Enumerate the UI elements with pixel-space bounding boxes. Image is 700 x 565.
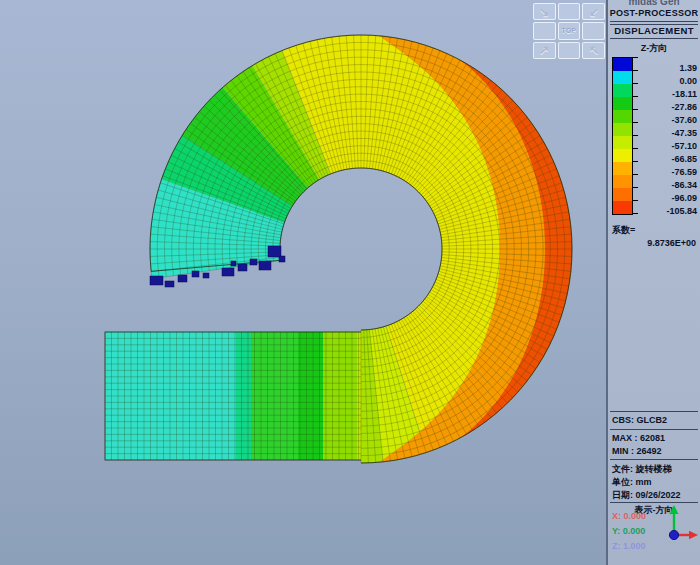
legend-value: -47.35 [635,128,697,138]
view-pad-corner-icon[interactable]: ↘ [533,3,556,20]
view-pad-left-button[interactable] [533,22,556,39]
legend-value: 0.00 [635,76,697,86]
fea-model-canvas[interactable] [0,0,606,565]
file-label: 文件: 旋转楼梯 [612,463,672,476]
axis-triad-icon [654,502,700,552]
divider [610,459,698,460]
component-label: Z-方向 [608,42,700,55]
legend-swatch [613,201,632,214]
legend-swatch [613,123,632,136]
legend-value: 1.39 [635,63,697,73]
legend-swatch [613,188,632,201]
legend-value: -86.34 [635,180,697,190]
legend-value: -27.86 [635,102,697,112]
axis-y-value: Y: 0.000 [612,526,645,536]
panel-subtitle: POST-PROCESSOR [608,8,700,18]
legend-swatch [613,149,632,162]
brand-logo: midas Gen [608,0,700,7]
legend-value: -18.11 [635,89,697,99]
max-node-label: MAX : 62081 [612,433,665,443]
date-label: 日期: 09/26/2022 [612,489,681,502]
view-pad-corner-icon[interactable]: ↗ [533,42,556,59]
model-viewport[interactable]: ↘ ↙ TOP ↗ ↖ [0,0,606,565]
legend-swatch [613,136,632,149]
legend-value: -57.10 [635,141,697,151]
divider [610,429,698,430]
unit-label: 单位: mm [612,476,652,489]
result-type-label: DISPLACEMENT [608,25,700,36]
view-pad-corner-icon[interactable]: ↙ [582,3,605,20]
legend-swatch [613,175,632,188]
legend-swatch [613,162,632,175]
legend-colorbar [612,57,633,215]
midas-gen-window: ↘ ↙ TOP ↗ ↖ midas Gen POST-PROCESSOR DIS… [0,0,700,565]
view-pad-up-button[interactable] [558,3,581,20]
postprocessor-panel: midas Gen POST-PROCESSOR DISPLACEMENT Z-… [606,0,700,565]
min-node-label: MIN : 26492 [612,446,662,456]
legend-value: -76.59 [635,167,697,177]
legend-value: -66.85 [635,154,697,164]
legend-tick [633,57,638,58]
legend-swatch [613,97,632,110]
view-pad-top-button[interactable]: TOP [558,22,581,39]
legend-swatch [613,84,632,97]
factor-label: 系数= [612,224,635,237]
axis-z-value: Z: 1.000 [612,541,646,551]
divider [610,411,698,412]
legend-swatch [613,71,632,84]
view-pad-right-button[interactable] [582,22,605,39]
load-combination-label: CBS: GLCB2 [612,415,667,425]
legend-value: -105.84 [635,206,697,216]
legend-value: -37.60 [635,115,697,125]
divider [610,38,698,39]
view-orientation-pad: ↘ ↙ TOP ↗ ↖ [533,3,605,59]
legend-swatch [613,58,632,71]
legend-value: -96.09 [635,193,697,203]
straight-flight [105,332,392,460]
legend-swatch [613,110,632,123]
factor-value: 9.8736E+00 [647,238,696,248]
axis-x-value: X: 0.000 [612,511,646,521]
view-pad-corner-icon[interactable]: ↖ [582,42,605,59]
view-pad-down-button[interactable] [558,42,581,59]
